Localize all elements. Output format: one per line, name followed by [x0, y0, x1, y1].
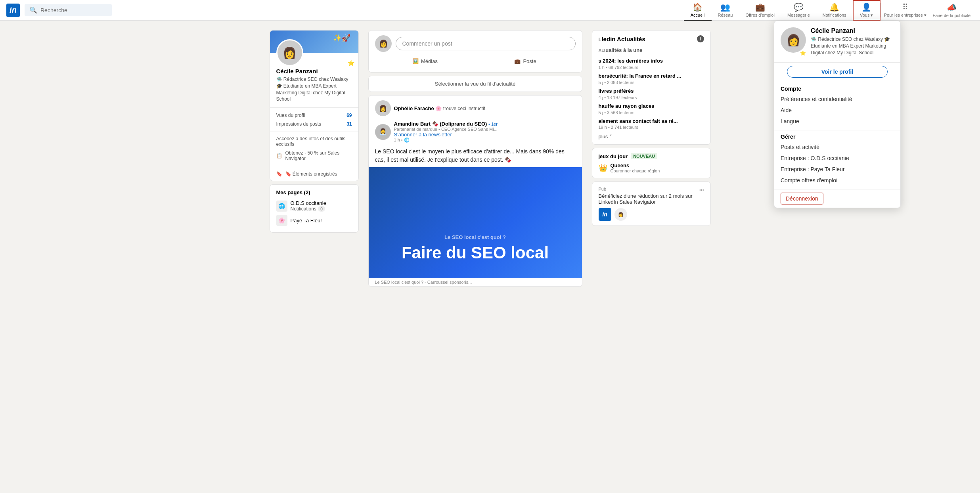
- linkedin-logo[interactable]: in: [6, 4, 20, 17]
- ptf-logo-icon: 🌸: [278, 217, 285, 224]
- connection-degree: 1er: [491, 122, 498, 126]
- dropdown-avatar-emoji: 👩: [787, 34, 800, 47]
- sharer-info: Ophélie Farache 🌸 trouve ceci instructif: [394, 105, 576, 111]
- games-queens[interactable]: 👑 Queens Couronner chaque région: [599, 162, 704, 173]
- post-image-title: Faire du SEO local: [402, 243, 549, 262]
- page-ods[interactable]: 🌐 O.D.S occitanie Notifications 0: [276, 199, 352, 213]
- news-item-4[interactable]: aiement sans contact fait sa ré... 19 h …: [599, 117, 704, 132]
- dropdown-entreprise-ods[interactable]: Entreprise : O.D.S occitanie: [781, 153, 894, 164]
- news-item-3[interactable]: hauffe au rayon glaces 5 j • 3 568 lecte…: [599, 101, 704, 117]
- news-card: Lledin Actualités i Actualités à la une …: [592, 30, 711, 145]
- dropdown-compte-title: Compte: [781, 86, 894, 92]
- news-item-1[interactable]: bersécurité: la France en retard ... 5 j…: [599, 71, 704, 86]
- poste-label: Poste: [523, 58, 536, 64]
- notifications-icon: 🔔: [829, 2, 839, 12]
- center-feed: 👩 Commencer un post 🖼️ Médias 💼 Poste Sé…: [368, 30, 582, 290]
- nav-entreprises[interactable]: ⠿ Pour les entreprises ▾: [881, 0, 930, 21]
- ods-name: O.D.S occitanie: [291, 200, 352, 206]
- promo-sales-navigator[interactable]: 📋 Obtenez - 50 % sur Sales Navigator: [276, 149, 352, 163]
- nav-publicite[interactable]: 📣 Faire de la publicité: [930, 0, 974, 21]
- dropdown-langue[interactable]: Langue: [781, 116, 894, 127]
- poste-button[interactable]: 💼 Poste: [475, 55, 576, 67]
- news-more-button[interactable]: plus ˅: [599, 131, 704, 139]
- saved-items[interactable]: 🔖 🔖 Éléments enregistrés: [270, 167, 358, 181]
- feed-filter[interactable]: Sélectionner la vue du fil d'actualité: [368, 76, 582, 92]
- nav-messagerie-label: Messagerie: [787, 13, 810, 17]
- games-queens-info: Queens Couronner chaque région: [611, 162, 660, 173]
- nav-messagerie[interactable]: 💬 Messagerie: [781, 0, 816, 21]
- dropdown-preferences[interactable]: Préférences et confidentialité: [781, 94, 894, 105]
- post-author-submeta: Partenariat de marque • CEO Agence SEO S…: [394, 127, 498, 132]
- dropdown-gerer-section: Gérer Posts et activité Entreprise : O.D…: [774, 130, 900, 189]
- news-card-header: Lledin Actualités i: [599, 35, 704, 42]
- profile-card: ✨🚀 👩 ⭐ Cécile Panzani 🛸 Rédactrice SEO c…: [270, 30, 359, 181]
- ad-avatar-icon: 👩: [618, 212, 624, 217]
- post-user-avatar: 👩: [375, 35, 392, 52]
- profile-info: Cécile Panzani 🛸 Rédactrice SEO chez Waa…: [270, 66, 358, 107]
- pages-title: Mes pages (2): [276, 189, 352, 195]
- post-inner-content: 👩‍💼 Amandine Bart 🍫 (Doliprane du SEO) •…: [369, 121, 582, 143]
- dropdown-compte-section: Compte Préférences et confidentialité Ai…: [774, 82, 900, 130]
- post-input[interactable]: Commencer un post: [396, 37, 576, 50]
- nav-vous-label: Vous ▾: [860, 13, 873, 18]
- search-bar[interactable]: 🔍: [25, 4, 112, 16]
- avatar-emoji: 👩: [283, 46, 297, 59]
- ad-avatar: 👩: [614, 208, 627, 221]
- news-info-icon[interactable]: i: [697, 35, 704, 42]
- games-header: jeux du jour NOUVEAU: [599, 153, 704, 159]
- nav-vous[interactable]: 👤 Vous ▾: [853, 0, 880, 21]
- page-paye-ta-fleur[interactable]: 🌸 Paye Ta Fleur: [276, 213, 352, 227]
- queens-name: Queens: [611, 162, 660, 168]
- nav-notifications[interactable]: 🔔 Notifications: [816, 0, 853, 21]
- dropdown-entreprise-ptf[interactable]: Entreprise : Paye Ta Fleur: [781, 164, 894, 175]
- profile-name[interactable]: Cécile Panzani: [276, 68, 352, 75]
- news-item-2[interactable]: livres préférés 4 j • 13 197 lecteurs: [599, 86, 704, 101]
- news-item-0-meta: 1 h • 68 792 lecteurs: [599, 65, 704, 70]
- logout-button[interactable]: Déconnexion: [781, 193, 823, 204]
- news-item-0[interactable]: s 2024: les dernières infos 1 h • 68 792…: [599, 56, 704, 71]
- newsletter-link[interactable]: S'abonner à la newsletter: [394, 132, 498, 138]
- ods-notif-label: Notifications: [291, 206, 316, 212]
- queens-icon: 👑: [599, 164, 607, 172]
- medias-button[interactable]: 🖼️ Médias: [375, 55, 475, 67]
- post-input-row: 👩 Commencer un post: [375, 35, 576, 52]
- nav-reseau[interactable]: 👥 Réseau: [712, 0, 739, 21]
- ods-info: O.D.S occitanie Notifications 0: [291, 200, 352, 212]
- ad-more-icon[interactable]: •••: [699, 187, 704, 192]
- medias-icon: 🖼️: [412, 58, 419, 64]
- post-inner-header: 👩‍💼 Amandine Bart 🍫 (Doliprane du SEO) •…: [375, 121, 576, 143]
- dropdown-user-bio: 🛸 Rédactrice SEO chez Waalaxy 🎓 Etudiant…: [811, 36, 894, 56]
- dropdown-avatar-star: ⭐: [800, 50, 806, 56]
- ptf-name: Paye Ta Fleur: [291, 218, 352, 224]
- news-item-3-meta: 5 j • 3 568 lecteurs: [599, 110, 704, 115]
- games-card: jeux du jour NOUVEAU 👑 Queens Couronner …: [592, 148, 711, 178]
- view-profile-button[interactable]: Voir le profil: [787, 66, 888, 78]
- stat-views[interactable]: Vues du profil 69: [276, 111, 352, 120]
- nav-accueil[interactable]: 🏠 Accueil: [684, 0, 712, 21]
- left-sidebar: ✨🚀 👩 ⭐ Cécile Panzani 🛸 Rédactrice SEO c…: [270, 30, 359, 290]
- dropdown-compte-offres[interactable]: Compte offres d'emploi: [781, 175, 894, 186]
- news-item-4-meta: 19 h • 2 741 lecteurs: [599, 125, 704, 130]
- avatar-star: ⭐: [348, 60, 354, 66]
- nav-notifications-label: Notifications: [823, 13, 846, 17]
- top-navigation: in 🔍 🏠 Accueil 👥 Réseau 💼 Offres d'emplo…: [0, 0, 980, 21]
- dropdown-avatar: 👩: [781, 27, 806, 53]
- nav-offres[interactable]: 💼 Offres d'emploi: [739, 0, 781, 21]
- feed-post-1: 👩 Ophélie Farache 🌸 trouve ceci instruct…: [368, 95, 582, 287]
- ad-text: Bénéficiez d'une réduction sur 2 mois su…: [599, 193, 704, 205]
- ad-card: Pub ••• Bénéficiez d'une réduction sur 2…: [592, 182, 711, 226]
- search-input[interactable]: [40, 7, 107, 13]
- dropdown-aide[interactable]: Aide: [781, 105, 894, 116]
- dropdown-posts-activite[interactable]: Posts et activité: [781, 141, 894, 153]
- profile-avatar-wrapper: 👩 ⭐: [270, 39, 358, 66]
- post-image-label: Le SEO local c'est quoi ? - Carroussel s…: [369, 278, 582, 287]
- dropdown-gerer-title: Gérer: [781, 134, 894, 140]
- grid-icon: ⠿: [902, 2, 908, 12]
- dropdown-profile-section: 👩 ⭐ Cécile Panzani 🛸 Rédactrice SEO chez…: [774, 21, 900, 63]
- profile-avatar[interactable]: 👩: [276, 39, 303, 66]
- bookmark-icon: 🔖: [276, 171, 282, 177]
- promo-text: Accédez à des infos et des outils exclus…: [276, 136, 352, 147]
- news-item-1-title: bersécurité: la France en retard ...: [599, 73, 704, 80]
- stat-impressions[interactable]: Impressions de posts 31: [276, 120, 352, 128]
- promo-label: Obtenez - 50 % sur Sales Navigator: [285, 150, 352, 161]
